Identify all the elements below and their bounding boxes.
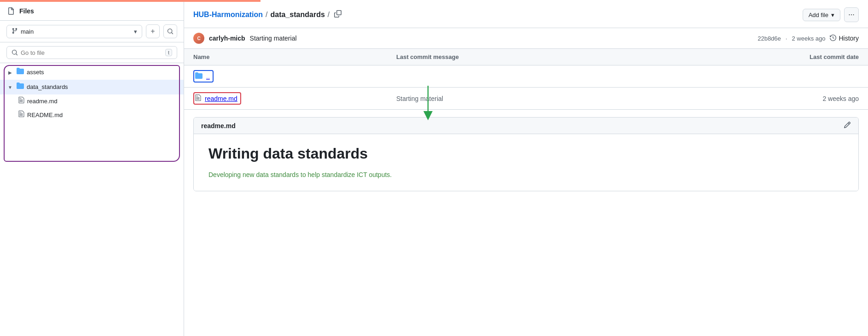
collapse-icon: ▼	[6, 84, 14, 91]
more-options-label: ···	[848, 11, 854, 19]
copy-path-icon[interactable]	[334, 10, 341, 19]
file-tree: ▶ assets ▼ data_standards	[0, 63, 184, 336]
sidebar-title: Files	[19, 7, 34, 15]
commit-time: 2 weeks ago	[792, 35, 825, 42]
content-area: HUB-Harmonization / data_standards / Add…	[184, 2, 868, 336]
commit-hash[interactable]: 22b8d6e	[758, 35, 781, 42]
parent-commit-msg	[387, 65, 660, 88]
goto-file-input[interactable]	[21, 49, 162, 56]
readme-section-header: readme.md	[194, 118, 858, 134]
search-button[interactable]	[163, 24, 177, 38]
readme-section: readme.md Writing data standards Develop…	[193, 117, 859, 191]
history-label: History	[839, 35, 859, 42]
add-file-label: Add file	[809, 12, 828, 18]
commit-bar: C carlyh-micb Starting material 22b8d6e …	[184, 28, 868, 49]
file-table-wrapper: Name Last commit message Last commit dat…	[184, 49, 868, 110]
breadcrumb-sep2: /	[328, 11, 330, 19]
readme-section-filename: readme.md	[201, 122, 236, 130]
folder-icon-parent	[195, 72, 203, 81]
chevron-down-icon: ▾	[134, 28, 137, 35]
tree-item-assets[interactable]: ▶ assets	[0, 65, 184, 80]
folder-icon-assets	[17, 67, 24, 78]
tree-item-label-readme-md: readme.md	[27, 97, 58, 106]
breadcrumb: HUB-Harmonization / data_standards /	[193, 10, 341, 19]
tree-item-label-README-md: README.md	[27, 111, 63, 120]
branch-button[interactable]: main ▾	[6, 25, 142, 38]
content-header: HUB-Harmonization / data_standards / Add…	[184, 2, 868, 28]
folder-annotation-blue: ..	[193, 70, 214, 83]
tree-item-readme-md[interactable]: readme.md	[0, 94, 184, 108]
file-icon-README-md	[18, 110, 24, 120]
breadcrumb-folder: data_standards	[271, 11, 325, 19]
add-button[interactable]: +	[146, 24, 160, 38]
table-row-parent: ..	[184, 65, 868, 88]
tree-item-README-md[interactable]: README.md	[0, 108, 184, 122]
readme-description: Developing new data standards to help st…	[208, 170, 844, 180]
breadcrumb-sep1: /	[266, 11, 267, 19]
commit-meta: 22b8d6e · 2 weeks ago History	[758, 35, 859, 42]
clock-icon	[830, 35, 836, 42]
file-icon-readme-md	[18, 96, 24, 106]
add-file-chevron-icon: ▾	[831, 12, 834, 18]
readme-commit-date: 2 weeks ago	[660, 88, 868, 110]
commit-message: Starting material	[250, 35, 297, 42]
avatar: C	[193, 33, 204, 44]
folder-icon-data-standards	[17, 82, 24, 93]
col-commit-date: Last commit date	[660, 49, 868, 65]
add-file-button[interactable]: Add file ▾	[803, 9, 840, 21]
edit-icon[interactable]	[844, 121, 851, 130]
file-table: Name Last commit message Last commit dat…	[184, 49, 868, 110]
tree-item-label-assets: assets	[27, 68, 44, 77]
readme-commit-msg: Starting material	[387, 88, 660, 110]
tree-item-label-data-standards: data_standards	[27, 83, 68, 92]
readme-title: Writing data standards	[208, 145, 844, 162]
commit-dot-sep: ·	[786, 35, 787, 42]
table-row-readme: readme.md Starting material 2 weeks ago	[184, 88, 868, 110]
history-button[interactable]: History	[830, 35, 859, 42]
git-branch-icon	[12, 28, 18, 35]
col-commit-msg: Last commit message	[387, 49, 660, 65]
col-name: Name	[184, 49, 387, 65]
parent-commit-date	[660, 65, 868, 88]
files-icon	[6, 6, 16, 16]
readme-file-cell: readme.md	[184, 88, 387, 110]
parent-folder-link[interactable]: ..	[206, 73, 210, 80]
breadcrumb-repo[interactable]: HUB-Harmonization	[193, 11, 263, 19]
more-options-button[interactable]: ···	[844, 7, 859, 22]
readme-body: Writing data standards Developing new da…	[194, 134, 858, 191]
commit-author[interactable]: carlyh-micb	[209, 35, 245, 42]
readme-annotation-red: readme.md	[193, 92, 241, 105]
search-row: t	[0, 42, 184, 63]
sidebar-header: Files	[0, 2, 184, 21]
branch-selector: main ▾ +	[0, 21, 184, 42]
branch-name: main	[21, 28, 34, 35]
file-icon-readme	[195, 94, 201, 103]
search-shortcut-key: t	[165, 49, 172, 56]
tree-item-data-standards[interactable]: ▼ data_standards	[0, 80, 184, 94]
search-box: t	[6, 46, 177, 59]
expand-icon: ▶	[6, 69, 14, 76]
sidebar: Files main ▾ +	[0, 2, 184, 336]
header-actions: Add file ▾ ···	[803, 7, 859, 22]
readme-file-link[interactable]: readme.md	[205, 95, 237, 102]
parent-folder-cell: ..	[184, 65, 387, 88]
